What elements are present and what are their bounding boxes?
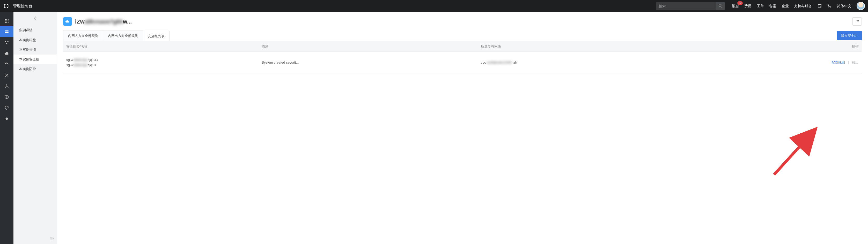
search-input[interactable] — [656, 2, 716, 10]
server-icon — [4, 30, 9, 34]
join-security-group-button[interactable]: 加入安全组 — [837, 31, 862, 40]
nav-messages[interactable]: 消息 20 — [729, 0, 742, 12]
rail-item-5[interactable] — [0, 59, 13, 70]
globe-icon — [4, 95, 9, 99]
main-content: iZwa8kvsaxe7g84w... 内网入方向全部规则 内网出方向全部规则 … — [57, 12, 868, 244]
grid-icon — [4, 19, 9, 23]
rail-item-6[interactable] — [0, 70, 13, 81]
collapse-side-panel[interactable] — [13, 234, 57, 244]
chevron-left-icon — [33, 16, 37, 21]
menu-instance-security-group[interactable]: 本实例安全组 — [13, 55, 57, 64]
avatar[interactable] — [857, 2, 865, 10]
cell-ops: 配置规则 | 移出 — [693, 52, 862, 73]
page-title: iZwa8kvsaxe7g84w... — [75, 17, 132, 26]
rail-item-10[interactable] — [0, 113, 13, 124]
side-panel: 实例详情 本实例磁盘 本实例快照 本实例安全组 本实例防护 — [13, 12, 57, 244]
shield-icon — [4, 105, 9, 110]
svg-point-3 — [6, 84, 7, 85]
action-configure-rules[interactable]: 配置规则 — [832, 61, 845, 64]
refresh-icon — [855, 20, 859, 24]
th-desc: 描述 — [258, 41, 478, 52]
tab-inbound-rules[interactable]: 内网入方向全部规则 — [63, 31, 103, 41]
nav-cloudshell[interactable] — [815, 0, 825, 12]
th-id-name: 安全组ID/名称 — [63, 41, 258, 52]
menu-instance-detail[interactable]: 实例详情 — [13, 25, 57, 35]
cell-id-name: sg-wz9k6v3p2sjq133 sg-wz9k6v3p2sjq13... — [63, 52, 258, 73]
left-rail — [0, 12, 13, 244]
rail-item-3[interactable] — [0, 37, 13, 48]
table-header-row: 安全组ID/名称 描述 所属专有网络 操作 — [63, 41, 862, 52]
rail-item-9[interactable] — [0, 102, 13, 113]
menu-instance-disk[interactable]: 本实例磁盘 — [13, 35, 57, 45]
instance-icon — [63, 17, 72, 26]
search-button[interactable] — [716, 2, 725, 10]
dashboard-icon — [4, 62, 9, 67]
tab-outbound-rules[interactable]: 内网出方向全部规则 — [103, 31, 143, 41]
refresh-button[interactable] — [852, 17, 862, 26]
tab-security-group-list[interactable]: 安全组列表 — [143, 31, 169, 41]
nav-icp[interactable]: 备案 — [767, 0, 779, 12]
nav-tickets[interactable]: 工单 — [754, 0, 767, 12]
th-ops: 操作 — [693, 41, 862, 52]
nav-enterprise[interactable]: 企业 — [779, 0, 792, 12]
table-row: sg-wz9k6v3p2sjq133 sg-wz9k6v3p2sjq13... … — [63, 52, 862, 73]
brand-logo-icon[interactable] — [3, 3, 9, 9]
back-button[interactable] — [13, 12, 57, 24]
side-menu: 实例详情 本实例磁盘 本实例快照 本实例安全组 本实例防护 — [13, 24, 57, 74]
terminal-icon — [817, 4, 822, 8]
svg-point-1 — [7, 41, 8, 42]
structure-icon — [4, 84, 9, 89]
nav-language[interactable]: 简体中文 — [834, 0, 854, 12]
top-bar: 管理控制台 消息 20 费用 工单 备案 企业 支持与服务 简体中文 — [0, 0, 868, 12]
page-header: iZwa8kvsaxe7g84w... — [63, 17, 862, 26]
rail-item-4[interactable] — [0, 48, 13, 59]
top-nav: 消息 20 费用 工单 备案 企业 支持与服务 简体中文 — [729, 0, 865, 12]
th-vpc: 所属专有网络 — [478, 41, 693, 52]
rail-item-7[interactable] — [0, 81, 13, 92]
cloud-server-icon — [65, 19, 70, 24]
cluster-icon — [4, 40, 9, 45]
rail-ecs[interactable] — [0, 26, 13, 37]
search-icon — [718, 4, 722, 8]
svg-point-2 — [6, 43, 7, 44]
menu-instance-protection[interactable]: 本实例防护 — [13, 64, 57, 74]
circle-icon — [4, 116, 9, 121]
action-remove[interactable]: 移出 — [852, 61, 859, 64]
cloud-icon — [4, 51, 9, 56]
cell-vpc: vpc-wz9abcde12345nzh — [478, 52, 693, 73]
nav-cart[interactable] — [825, 0, 834, 12]
crossed-arrows-icon — [4, 73, 9, 77]
nav-support[interactable]: 支持与服务 — [792, 0, 815, 12]
nav-billing[interactable]: 费用 — [742, 0, 754, 12]
global-search[interactable] — [656, 2, 725, 10]
cell-desc: System created securit... — [258, 52, 478, 73]
rail-apps[interactable] — [0, 15, 13, 26]
cart-icon — [827, 4, 832, 8]
tab-row: 内网入方向全部规则 内网出方向全部规则 安全组列表 加入安全组 — [63, 31, 862, 41]
collapse-icon — [50, 237, 54, 241]
menu-instance-snapshot[interactable]: 本实例快照 — [13, 45, 57, 55]
svg-point-7 — [6, 117, 8, 120]
console-title: 管理控制台 — [13, 3, 32, 9]
rail-item-8[interactable] — [0, 92, 13, 102]
action-divider: | — [848, 61, 849, 64]
security-group-table: 安全组ID/名称 描述 所属专有网络 操作 sg-wz9k6v3p2sjq133… — [63, 41, 862, 74]
svg-point-0 — [5, 41, 6, 42]
